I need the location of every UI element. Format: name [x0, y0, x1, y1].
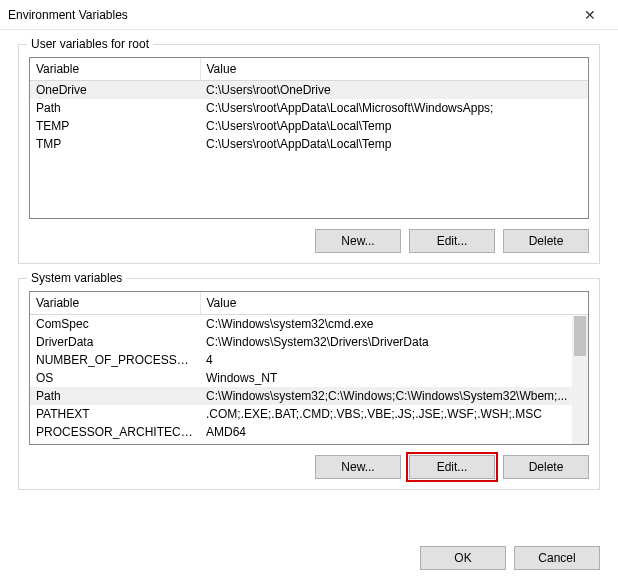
user-col-value[interactable]: Value: [200, 58, 588, 81]
system-group-label: System variables: [27, 271, 126, 285]
user-row-value: C:\Users\root\AppData\Local\Temp: [200, 135, 588, 153]
system-edit-button[interactable]: Edit...: [409, 455, 495, 479]
system-row-value: .COM;.EXE;.BAT;.CMD;.VBS;.VBE;.JS;.JSE;.…: [200, 405, 588, 423]
system-delete-button[interactable]: Delete: [503, 455, 589, 479]
system-row[interactable]: PROCESSOR_ARCHITECTUREAMD64: [30, 423, 588, 441]
user-new-button[interactable]: New...: [315, 229, 401, 253]
system-row-variable: DriverData: [30, 333, 200, 351]
titlebar: Environment Variables ✕: [0, 0, 618, 30]
user-row[interactable]: OneDriveC:\Users\root\OneDrive: [30, 81, 588, 100]
system-row-value: 4: [200, 351, 588, 369]
user-variables-group: User variables for root Variable Value O…: [18, 44, 600, 264]
user-row-variable: TEMP: [30, 117, 200, 135]
user-row[interactable]: PathC:\Users\root\AppData\Local\Microsof…: [30, 99, 588, 117]
system-row-value: C:\Windows\system32\cmd.exe: [200, 315, 588, 334]
user-delete-button[interactable]: Delete: [503, 229, 589, 253]
system-row[interactable]: NUMBER_OF_PROCESSORS4: [30, 351, 588, 369]
system-row[interactable]: OSWindows_NT: [30, 369, 588, 387]
user-row[interactable]: TMPC:\Users\root\AppData\Local\Temp: [30, 135, 588, 153]
dialog-title: Environment Variables: [8, 8, 570, 22]
system-col-value[interactable]: Value: [200, 292, 588, 315]
user-col-variable[interactable]: Variable: [30, 58, 200, 81]
system-row[interactable]: DriverDataC:\Windows\System32\Drivers\Dr…: [30, 333, 588, 351]
system-row-value: C:\Windows\system32;C:\Windows;C:\Window…: [200, 387, 588, 405]
system-row-variable: OS: [30, 369, 200, 387]
close-icon[interactable]: ✕: [570, 7, 610, 23]
system-new-button[interactable]: New...: [315, 455, 401, 479]
system-row-value: AMD64: [200, 423, 588, 441]
system-row-variable: PATHEXT: [30, 405, 200, 423]
user-row[interactable]: TEMPC:\Users\root\AppData\Local\Temp: [30, 117, 588, 135]
user-row-variable: Path: [30, 99, 200, 117]
system-variables-group: System variables Variable Value ComSpecC…: [18, 278, 600, 490]
system-row-variable: ComSpec: [30, 315, 200, 334]
user-row-variable: OneDrive: [30, 81, 200, 100]
scrollbar-thumb[interactable]: [574, 316, 586, 356]
user-button-row: New... Edit... Delete: [29, 229, 589, 253]
system-row-variable: PROCESSOR_ARCHITECTURE: [30, 423, 200, 441]
cancel-button[interactable]: Cancel: [514, 546, 600, 570]
user-variables-table[interactable]: Variable Value OneDriveC:\Users\root\One…: [29, 57, 589, 219]
user-edit-button[interactable]: Edit...: [409, 229, 495, 253]
user-group-label: User variables for root: [27, 37, 153, 51]
system-button-row: New... Edit... Delete: [29, 455, 589, 479]
system-scrollbar[interactable]: [572, 316, 588, 444]
user-row-value: C:\Users\root\OneDrive: [200, 81, 588, 100]
system-row-value: C:\Windows\System32\Drivers\DriverData: [200, 333, 588, 351]
user-row-value: C:\Users\root\AppData\Local\Temp: [200, 117, 588, 135]
system-row[interactable]: PATHEXT.COM;.EXE;.BAT;.CMD;.VBS;.VBE;.JS…: [30, 405, 588, 423]
system-row-variable: NUMBER_OF_PROCESSORS: [30, 351, 200, 369]
user-row-value: C:\Users\root\AppData\Local\Microsoft\Wi…: [200, 99, 588, 117]
system-col-variable[interactable]: Variable: [30, 292, 200, 315]
environment-variables-dialog: Environment Variables ✕ User variables f…: [0, 0, 618, 584]
system-row-variable: Path: [30, 387, 200, 405]
dialog-content: User variables for root Variable Value O…: [0, 30, 618, 536]
system-row-value: Windows_NT: [200, 369, 588, 387]
system-variables-table[interactable]: Variable Value ComSpecC:\Windows\system3…: [29, 291, 589, 445]
user-row-variable: TMP: [30, 135, 200, 153]
system-row[interactable]: ComSpecC:\Windows\system32\cmd.exe: [30, 315, 588, 334]
system-row[interactable]: PathC:\Windows\system32;C:\Windows;C:\Wi…: [30, 387, 588, 405]
dialog-footer: OK Cancel: [0, 536, 618, 584]
ok-button[interactable]: OK: [420, 546, 506, 570]
